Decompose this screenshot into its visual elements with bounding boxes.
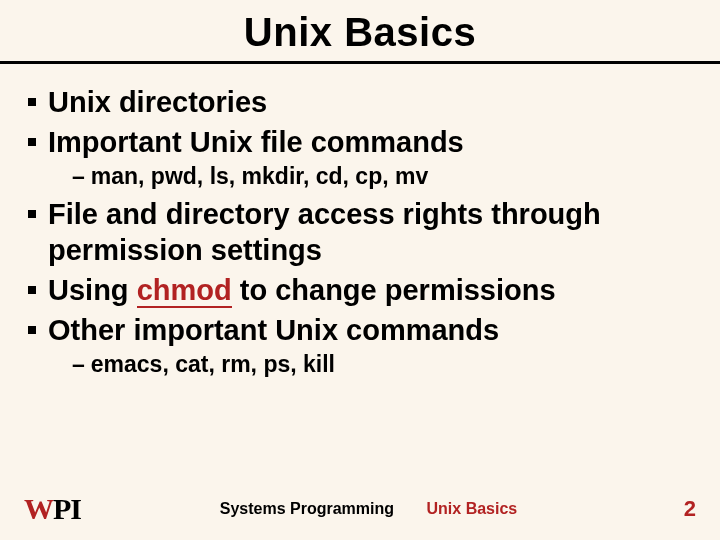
bullet-item: Important Unix file commands xyxy=(28,124,692,160)
bullet-text-post: to change permissions xyxy=(232,274,556,306)
bullet-text: Important Unix file commands xyxy=(48,126,464,158)
bullet-item: Other important Unix commands xyxy=(28,312,692,348)
sub-bullet: –emacs, cat, rm, ps, kill xyxy=(28,351,692,378)
square-bullet-icon xyxy=(28,138,36,146)
bullet-item: File and directory access rights through… xyxy=(28,196,692,269)
dash-icon: – xyxy=(72,351,85,377)
sub-bullet-text: emacs, cat, rm, ps, kill xyxy=(91,351,335,377)
dash-icon: – xyxy=(72,163,85,189)
slide-title: Unix Basics xyxy=(0,10,720,55)
bullet-item: Using chmod to change permissions xyxy=(28,272,692,308)
logo-letter-p: P xyxy=(53,492,70,526)
bullet-text: File and directory access rights through… xyxy=(48,198,601,266)
bullet-text: Unix directories xyxy=(48,86,267,118)
sub-bullet: –man, pwd, ls, mkdir, cd, cp, mv xyxy=(28,163,692,190)
bullet-text: Other important Unix commands xyxy=(48,314,499,346)
chmod-highlight: chmod xyxy=(137,274,232,308)
wpi-logo: WPI xyxy=(24,492,81,526)
sub-bullet-text: man, pwd, ls, mkdir, cd, cp, mv xyxy=(91,163,428,189)
square-bullet-icon xyxy=(28,326,36,334)
footer-center: Systems Programming Unix Basics xyxy=(81,500,656,518)
square-bullet-icon xyxy=(28,286,36,294)
logo-letter-w: W xyxy=(24,492,53,526)
slide-footer: WPI Systems Programming Unix Basics 2 xyxy=(0,492,720,526)
title-bar: Unix Basics xyxy=(0,0,720,61)
square-bullet-icon xyxy=(28,210,36,218)
footer-topic: Unix Basics xyxy=(427,500,518,517)
footer-course: Systems Programming xyxy=(220,500,394,517)
square-bullet-icon xyxy=(28,98,36,106)
bullet-text-pre: Using xyxy=(48,274,137,306)
bullet-item: Unix directories xyxy=(28,84,692,120)
page-number: 2 xyxy=(656,496,696,522)
slide-content: Unix directories Important Unix file com… xyxy=(0,64,720,378)
logo-letter-i: I xyxy=(70,492,81,526)
